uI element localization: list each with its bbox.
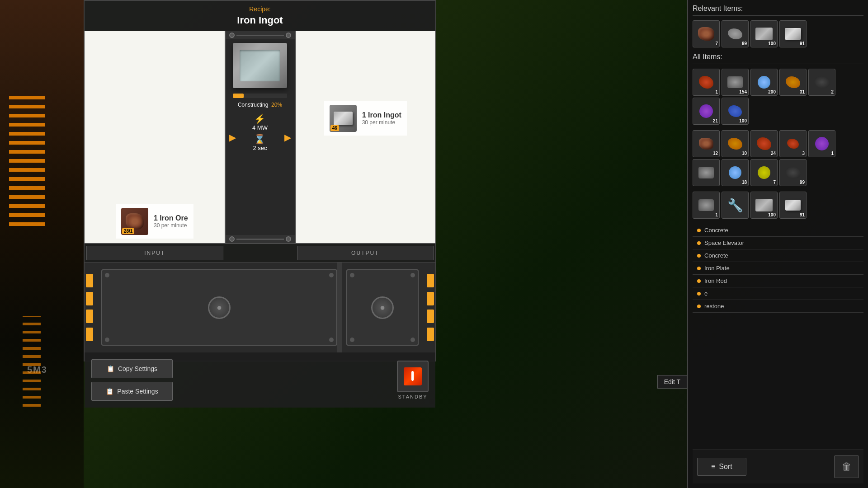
relevant-items-grid: 7 99 100 91 xyxy=(693,20,863,47)
side-list-item-restone[interactable]: restone xyxy=(693,300,863,313)
sort-button[interactable]: ≡ Sort xyxy=(697,458,746,476)
all-items-title: All Items: xyxy=(693,53,863,64)
item-r2-6[interactable]: 18 xyxy=(722,159,749,186)
relevant-item-0[interactable]: 7 xyxy=(693,20,720,47)
item-r1-4[interactable]: 2 xyxy=(808,69,835,96)
ingot-shape xyxy=(334,112,353,125)
arrow-right-button[interactable]: ▶ xyxy=(284,132,291,143)
output-item-rate: 30 per minute xyxy=(362,119,401,126)
item-r1-5[interactable]: 21 xyxy=(693,98,720,125)
output-badge: 46 xyxy=(330,125,339,131)
item-r3-3[interactable]: 91 xyxy=(779,192,807,219)
item-r2-7[interactable]: 7 xyxy=(750,159,778,186)
output-area: 46 1 Iron Ingot 30 per minute xyxy=(295,31,436,243)
standby-icon: ⏽ xyxy=(397,361,429,392)
side-list-item-concrete2[interactable]: Concrete xyxy=(693,249,863,262)
item-r2-4[interactable]: 1 xyxy=(808,130,835,157)
item-r1-1[interactable]: 154 xyxy=(722,69,749,96)
copy-icon: 📋 xyxy=(107,365,114,372)
connector-dot-br xyxy=(286,236,291,242)
progress-bar-container xyxy=(233,94,287,98)
item-r2-2[interactable]: 24 xyxy=(750,130,778,157)
left-side-bar-4 xyxy=(86,328,93,341)
recipe-content: 28/1 1 Iron Ore 30 per minute xyxy=(85,31,435,244)
machine-inner xyxy=(240,50,280,81)
connector-line xyxy=(236,35,284,36)
connector-dot-right xyxy=(286,33,291,38)
sort-icon: ≡ xyxy=(711,463,715,471)
ore-shape xyxy=(126,213,144,230)
item-r2-3[interactable]: 3 xyxy=(779,130,807,157)
right-panel: Relevant Items: 7 99 100 91 All Items: 1… xyxy=(687,0,868,488)
trash-button[interactable]: 🗑 xyxy=(834,455,859,478)
side-list-item-iron-plate[interactable]: Iron Plate xyxy=(693,262,863,275)
relevant-item-1[interactable]: 99 xyxy=(722,20,749,47)
input-item: 28/1 1 Iron Ore 30 per minute xyxy=(116,204,193,239)
power-button-right[interactable]: ● xyxy=(371,296,394,319)
item-r2-8[interactable]: 99 xyxy=(779,159,807,186)
power-stat: ⚡ 4 MW xyxy=(252,113,268,131)
left-label: 5M3 xyxy=(27,365,47,375)
left-side-bar-1 xyxy=(86,274,93,287)
side-list-item-space-elevator[interactable]: Space Elevator xyxy=(693,237,863,249)
connector-line-bottom xyxy=(236,239,284,240)
constructor-area: Constructing 20% ▶ ▶ ⚡ 4 MW ⌛ 2 sec xyxy=(225,31,295,243)
trash-icon: 🗑 xyxy=(842,461,852,473)
left-scene: 5M3 xyxy=(0,0,84,488)
all-items-row-3: 1 🔧 100 91 xyxy=(693,192,863,219)
copy-settings-button[interactable]: 📋 Copy Settings xyxy=(91,359,173,378)
output-item-name: 1 Iron Ingot xyxy=(362,111,401,119)
bottom-connector xyxy=(226,235,295,243)
time-stat: ⌛ 2 sec xyxy=(253,134,267,151)
side-list-item-e[interactable]: e xyxy=(693,287,863,300)
item-r1-6[interactable]: 100 xyxy=(722,98,749,125)
standby-power-icon: ⏽ xyxy=(404,367,422,385)
standby-label: STANDBY xyxy=(398,394,427,399)
list-dot xyxy=(697,267,701,270)
arrow-left-button[interactable]: ▶ xyxy=(229,132,236,143)
top-connector xyxy=(226,31,295,39)
constructing-pct: 20% xyxy=(271,102,282,108)
standby-button[interactable]: ⏽ STANDBY xyxy=(397,361,429,399)
constructing-label: Constructing 20% xyxy=(238,102,282,108)
side-list-item-concrete1[interactable]: Concrete xyxy=(693,224,863,237)
io-labels: INPUT OUTPUT xyxy=(85,244,435,262)
list-dot xyxy=(697,305,701,308)
connector-dot-left xyxy=(229,33,235,38)
right-side-bar-2 xyxy=(427,292,434,305)
list-dot xyxy=(697,254,701,258)
right-side-bar-4 xyxy=(427,328,434,341)
input-label: INPUT xyxy=(86,246,223,260)
power-button-left[interactable]: ● xyxy=(208,296,231,319)
constructor-machine xyxy=(233,43,287,88)
input-item-info: 1 Iron Ore 30 per minute xyxy=(154,214,188,229)
output-label: OUTPUT xyxy=(297,246,434,260)
clock-icon: ⌛ xyxy=(254,134,265,145)
item-r3-2[interactable]: 100 xyxy=(750,192,778,219)
input-area: 28/1 1 Iron Ore 30 per minute xyxy=(85,31,225,243)
relevant-item-3[interactable]: 91 xyxy=(779,20,807,47)
item-r1-3[interactable]: 31 xyxy=(779,69,807,96)
item-r3-1[interactable]: 🔧 xyxy=(722,192,749,219)
relevant-item-2[interactable]: 100 xyxy=(750,20,778,47)
right-side-bar-1 xyxy=(427,274,434,287)
recipe-name: Iron Ingot xyxy=(94,14,426,26)
belt-area: ● ● xyxy=(85,262,435,352)
item-r1-2[interactable]: 200 xyxy=(750,69,778,96)
iron-ore-icon-input: 28/1 xyxy=(121,208,148,235)
wrench-icon: 🔧 xyxy=(727,198,743,213)
edit-tag[interactable]: Edit T xyxy=(657,375,687,389)
item-r2-5[interactable] xyxy=(693,159,720,186)
bottom-buttons: 📋 Copy Settings 📋 Paste Settings ⏽ STAND… xyxy=(85,352,435,408)
paste-settings-button[interactable]: 📋 Paste Settings xyxy=(91,382,173,401)
item-r2-0[interactable]: 12 xyxy=(693,130,720,157)
side-list-item-iron-rod[interactable]: Iron Rod xyxy=(693,275,863,287)
item-r1-0[interactable]: 1 xyxy=(693,69,720,96)
item-r2-1[interactable]: 10 xyxy=(722,130,749,157)
stats-section: ⚡ 4 MW ⌛ 2 sec xyxy=(252,113,268,151)
iron-ingot-icon-output: 46 xyxy=(330,105,357,132)
progress-bar-fill xyxy=(233,94,244,98)
all-items-row-2: 12 10 24 3 1 18 7 99 xyxy=(693,130,863,186)
lightning-icon: ⚡ xyxy=(254,113,265,124)
item-r3-0[interactable]: 1 xyxy=(693,192,720,219)
